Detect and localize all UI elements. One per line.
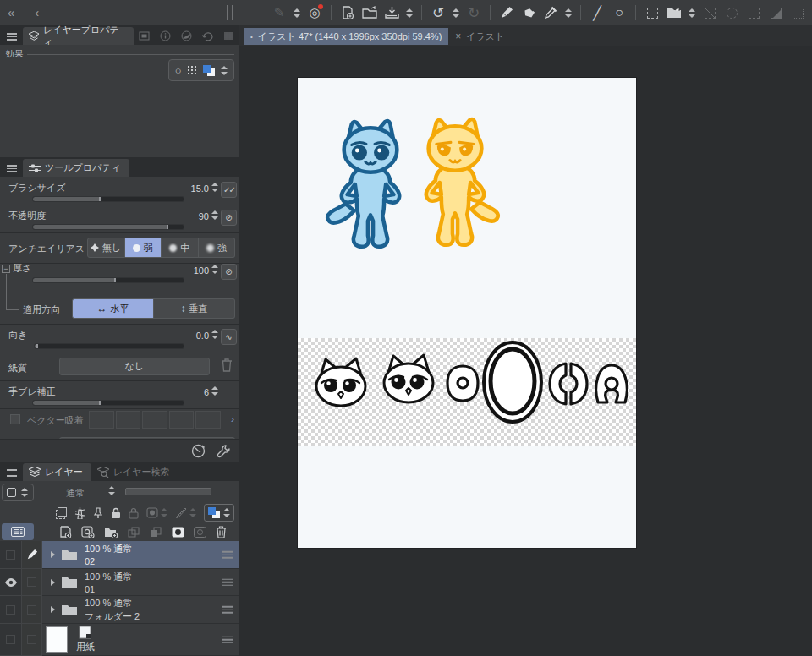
- expand-row-icon[interactable]: ›: [231, 413, 234, 425]
- eyedropper-tool-icon[interactable]: [540, 3, 561, 23]
- delete-texture-icon[interactable]: [221, 358, 233, 374]
- palette-dock-button[interactable]: [2, 523, 34, 540]
- edit-target-cell[interactable]: [22, 596, 42, 624]
- layer-row-main[interactable]: 100 % 通常02: [42, 541, 239, 569]
- row-menu-icon[interactable]: [222, 606, 233, 614]
- panel-menu-icon[interactable]: [3, 161, 20, 177]
- preset-slot[interactable]: [142, 411, 167, 429]
- tab-tool-properties[interactable]: ツールプロパティ: [23, 159, 129, 177]
- ellipse-tool-icon[interactable]: ○: [609, 3, 629, 23]
- opacity-stepper[interactable]: [211, 210, 219, 220]
- antialias-weak-button[interactable]: 弱: [125, 238, 162, 258]
- tab-info-icon[interactable]: [155, 27, 176, 45]
- preset-slot[interactable]: [195, 411, 221, 429]
- history-back-double-icon[interactable]: «: [0, 5, 22, 19]
- panel-drag-handle[interactable]: [227, 5, 233, 20]
- undo-icon[interactable]: ↺: [428, 3, 448, 23]
- chevron-updown-icon[interactable]: [450, 3, 462, 23]
- thickness-slider[interactable]: [32, 277, 184, 283]
- reference-layer-icon[interactable]: [74, 507, 85, 519]
- close-tab-icon[interactable]: ×: [455, 30, 461, 42]
- tab-layer-search[interactable]: レイヤー検索: [91, 463, 178, 481]
- stabilization-stepper[interactable]: [211, 386, 219, 396]
- layer-row[interactable]: 用紙: [0, 624, 239, 656]
- main-menu-icon[interactable]: [246, 5, 265, 21]
- chevron-updown-icon[interactable]: [291, 3, 303, 23]
- delete-layer-icon[interactable]: [216, 526, 227, 538]
- clip-studio-icon[interactable]: ◎: [304, 3, 325, 23]
- open-file-icon[interactable]: [359, 3, 380, 23]
- import-file-icon[interactable]: [664, 3, 684, 23]
- opacity-slider[interactable]: [32, 224, 184, 230]
- border-effect-icon[interactable]: ○: [175, 64, 182, 77]
- expand-folder-icon[interactable]: [51, 579, 55, 586]
- layer-mask-icon[interactable]: [172, 527, 184, 538]
- invert-selection-icon[interactable]: [765, 3, 786, 23]
- layer-opacity-slider[interactable]: [125, 488, 211, 495]
- layer-color-button[interactable]: [204, 504, 234, 522]
- new-layer-icon[interactable]: [59, 526, 72, 538]
- expand-folder-icon[interactable]: [51, 551, 55, 558]
- reset-tool-icon[interactable]: [191, 444, 206, 460]
- clip-to-layer-icon[interactable]: [56, 507, 67, 518]
- collapse-group-box[interactable]: −: [2, 265, 10, 273]
- new-canvas-icon[interactable]: [337, 3, 358, 23]
- brush-size-stepper[interactable]: [211, 183, 219, 192]
- select-rect-icon[interactable]: [743, 3, 764, 23]
- orientation-slider[interactable]: [34, 343, 184, 349]
- chevron-updown-icon[interactable]: [220, 66, 228, 75]
- save-icon[interactable]: [381, 3, 402, 23]
- thickness-dynamics-button[interactable]: ⊘: [221, 264, 237, 280]
- visibility-cell[interactable]: [0, 624, 22, 656]
- direction-horizontal-button[interactable]: ↔水平: [72, 298, 154, 319]
- crop-canvas-icon[interactable]: [642, 3, 662, 23]
- select-circle-icon[interactable]: [721, 3, 742, 23]
- new-layer-settings-icon[interactable]: [81, 526, 95, 538]
- document-tab-active[interactable]: • イラスト 47* (1440 x 1996px 350dpi 59.4%): [244, 28, 448, 45]
- apply-mask-icon[interactable]: [194, 527, 206, 538]
- canvas-page[interactable]: [298, 78, 636, 548]
- layer-row[interactable]: 100 % 通常フォルダー 2: [0, 596, 239, 624]
- new-folder-icon[interactable]: [104, 527, 118, 538]
- antialias-strong-button[interactable]: 強: [199, 238, 236, 258]
- line-tool-icon[interactable]: ╱: [587, 3, 607, 23]
- layer-row-main[interactable]: 100 % 通常01: [42, 569, 239, 596]
- chevron-updown-icon[interactable]: [686, 3, 698, 23]
- history-back-icon[interactable]: ‹: [27, 5, 47, 19]
- tab-tone-icon[interactable]: [176, 27, 197, 45]
- layer-row[interactable]: 100 % 通常02: [0, 541, 239, 569]
- edit-canvas-icon[interactable]: ✎: [269, 3, 289, 23]
- thickness-stepper[interactable]: [211, 265, 219, 274]
- antialias-none-button[interactable]: 無し: [87, 238, 125, 258]
- chevron-updown-icon[interactable]: [562, 3, 574, 23]
- visibility-cell[interactable]: [0, 541, 22, 569]
- preset-slot[interactable]: [169, 411, 195, 429]
- thumbnail-size-button[interactable]: [2, 484, 34, 501]
- tone-effect-icon[interactable]: [187, 65, 197, 75]
- merge-down-icon[interactable]: [150, 527, 162, 538]
- opacity-dynamics-button[interactable]: ⊘: [221, 210, 237, 226]
- row-menu-icon[interactable]: [222, 578, 233, 586]
- edit-target-cell[interactable]: [22, 541, 42, 569]
- chevron-updown-icon[interactable]: [403, 3, 415, 23]
- tool-settings-wrench-icon[interactable]: [217, 444, 231, 460]
- ruler-icon[interactable]: [175, 507, 187, 518]
- tab-border-effect-icon[interactable]: [134, 27, 155, 45]
- transfer-layer-icon[interactable]: [128, 527, 140, 538]
- selection-border-icon[interactable]: [787, 3, 808, 23]
- vector-snap-checkbox[interactable]: [10, 414, 20, 424]
- pen-tool-icon[interactable]: [497, 3, 517, 23]
- deselect-icon[interactable]: [700, 3, 720, 23]
- tab-layers[interactable]: レイヤー: [23, 463, 91, 481]
- tab-texture-icon[interactable]: [218, 27, 239, 45]
- layer-row-main[interactable]: 用紙: [42, 624, 239, 656]
- edit-target-cell[interactable]: [22, 569, 42, 596]
- stabilization-slider[interactable]: [32, 400, 184, 406]
- row-menu-icon[interactable]: [222, 636, 233, 643]
- expand-folder-icon[interactable]: [51, 606, 55, 613]
- layer-row[interactable]: 100 % 通常01: [0, 569, 239, 596]
- direction-vertical-button[interactable]: ↕垂直: [154, 298, 235, 319]
- edit-target-cell[interactable]: [22, 624, 42, 656]
- draft-layer-icon[interactable]: [93, 507, 103, 519]
- brush-size-slider[interactable]: [32, 196, 184, 202]
